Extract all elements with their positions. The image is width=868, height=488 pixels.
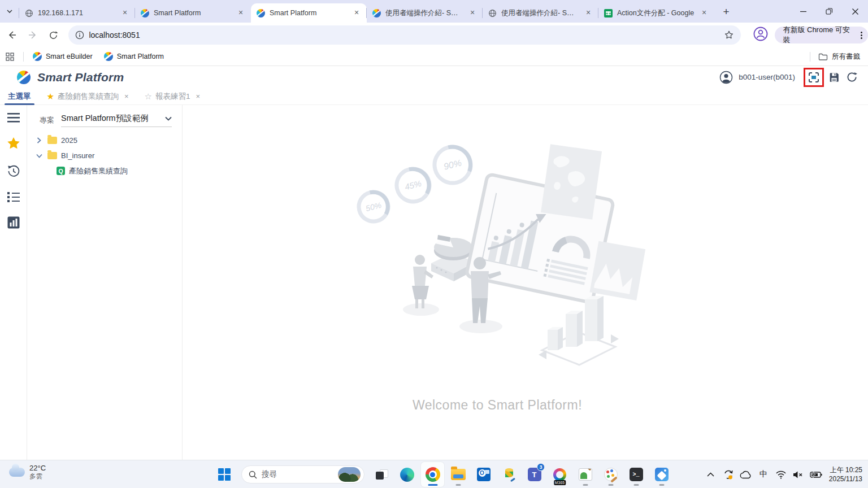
- m365-copilot-button[interactable]: M365: [548, 462, 571, 487]
- url-text[interactable]: localhost:8051: [89, 30, 724, 40]
- windows-logo-icon: [218, 468, 231, 481]
- bookmark-star-icon[interactable]: [724, 30, 734, 40]
- browser-tab[interactable]: 使用者端操作介紹- Smart ×: [367, 3, 483, 23]
- save-button[interactable]: [828, 71, 840, 84]
- tree-node-2025[interactable]: 2025: [27, 133, 182, 148]
- teams-button[interactable]: T 3: [523, 462, 546, 487]
- tree-node-bi-insurer[interactable]: BI_insurer: [27, 148, 182, 163]
- project-select-value: Smart Platform預設範例: [61, 113, 149, 124]
- tab-close-icon[interactable]: ×: [584, 8, 593, 18]
- volume-muted-button[interactable]: [792, 468, 805, 481]
- list-button[interactable]: [7, 191, 20, 203]
- tab-search-button[interactable]: [0, 0, 19, 23]
- search-icon: [249, 470, 257, 479]
- all-bookmarks-button[interactable]: 所有書籤: [806, 52, 868, 62]
- back-button[interactable]: [2, 25, 21, 45]
- outlook-button[interactable]: [472, 462, 495, 487]
- bookmark-smart-platform[interactable]: Smart Platform: [98, 52, 170, 61]
- wifi-icon: [775, 470, 787, 479]
- chevron-down-icon[interactable]: [35, 154, 43, 158]
- sheets-icon: [604, 9, 613, 18]
- menu-button[interactable]: [7, 113, 20, 123]
- chrome-update-chip[interactable]: 有新版 Chrome 可安裝: [775, 27, 868, 43]
- wifi-button[interactable]: [774, 468, 788, 481]
- browser-tab[interactable]: Smart Platform ×: [135, 3, 251, 23]
- app-tab-report-query[interactable]: ★ 產險銷售業績查詢 ×: [39, 88, 137, 105]
- project-select[interactable]: Smart Platform預設範例: [61, 113, 172, 127]
- chrome-button[interactable]: [421, 462, 444, 487]
- forward-button[interactable]: [23, 25, 42, 45]
- task-view-button[interactable]: [370, 462, 393, 487]
- terminal-button[interactable]: >_: [624, 462, 648, 487]
- tree-node-query[interactable]: Q 產險銷售業績查詢: [27, 163, 182, 178]
- bookmarks-bar: Smart eBuilder Smart Platform 所有書籤: [0, 47, 868, 66]
- globe-icon: [25, 9, 33, 18]
- file-explorer-button[interactable]: [446, 462, 470, 487]
- m365-badge: M365: [554, 480, 566, 485]
- ime-language-button[interactable]: 中: [757, 468, 770, 481]
- photos-button[interactable]: [650, 462, 673, 487]
- project-tree-panel: 專案 Smart Platform預設範例 2025 BI_insurer: [27, 105, 183, 460]
- profile-button[interactable]: [753, 27, 768, 43]
- tab-close-icon[interactable]: ×: [236, 8, 245, 18]
- close-button[interactable]: [842, 0, 868, 23]
- update-sync-button[interactable]: [722, 468, 735, 481]
- app-brand-title: Smart Platform: [37, 71, 124, 84]
- browser-menu-icon[interactable]: [858, 32, 865, 39]
- paint-button[interactable]: [599, 462, 622, 487]
- bookmark-smart-ebuilder[interactable]: Smart eBuilder: [27, 52, 98, 61]
- tree-node-label: 產險銷售業績查詢: [69, 166, 128, 176]
- ssms-button[interactable]: [497, 462, 520, 487]
- history-button[interactable]: [7, 164, 20, 178]
- apps-grid-icon: [6, 53, 14, 61]
- browser-tab[interactable]: 192.168.1.171 ×: [19, 3, 135, 23]
- browser-tab-active[interactable]: Smart Platform ×: [251, 3, 367, 23]
- refresh-button[interactable]: [846, 71, 858, 83]
- save-icon: [828, 71, 840, 84]
- file-explorer-icon: [451, 469, 466, 480]
- smart-logo-icon: [257, 9, 265, 18]
- star-filled-icon[interactable]: ★: [47, 91, 54, 102]
- browser-tab[interactable]: 使用者端操作介紹- Smart ×: [483, 3, 598, 23]
- user-avatar-icon[interactable]: [719, 71, 733, 84]
- apps-shortcut-button[interactable]: [0, 53, 20, 61]
- chevron-right-icon[interactable]: [35, 137, 43, 143]
- chart-button[interactable]: [7, 216, 20, 229]
- tab-close-icon[interactable]: ×: [124, 92, 129, 101]
- tab-close-icon[interactable]: ×: [120, 8, 129, 18]
- fullscreen-button[interactable]: [807, 71, 821, 84]
- photos-icon: [655, 468, 669, 481]
- taskbar-search[interactable]: 搜尋: [241, 465, 364, 483]
- search-highlight-image[interactable]: [338, 467, 361, 482]
- new-tab-button[interactable]: +: [718, 3, 735, 20]
- minimize-button[interactable]: [790, 0, 816, 23]
- app-tab-label: 報表練習1: [155, 91, 190, 102]
- paint-icon: [604, 468, 618, 481]
- image-viewer-button[interactable]: [574, 462, 597, 487]
- folder-icon: [47, 137, 57, 144]
- reload-button[interactable]: [44, 25, 63, 45]
- project-row: 專案 Smart Platform預設範例: [40, 113, 182, 127]
- start-button[interactable]: [212, 462, 236, 487]
- maximize-button[interactable]: [816, 0, 842, 23]
- address-bar[interactable]: localhost:8051: [68, 25, 741, 45]
- onedrive-button[interactable]: [739, 468, 753, 481]
- tray-expand-button[interactable]: [704, 468, 718, 481]
- star-outline-icon[interactable]: ☆: [145, 91, 152, 102]
- app-tab-main-menu[interactable]: 主選單: [0, 88, 39, 105]
- tab-close-icon[interactable]: ×: [352, 8, 361, 18]
- site-info-icon[interactable]: [75, 30, 84, 40]
- edge-button[interactable]: [396, 462, 419, 487]
- app-tab-report-practice[interactable]: ☆ 報表練習1 ×: [137, 88, 209, 105]
- clock-date: 2025/11/13: [829, 474, 862, 483]
- project-label: 專案: [40, 115, 54, 125]
- browser-tab[interactable]: Action文件分配 - Google ×: [598, 3, 714, 23]
- tab-close-icon[interactable]: ×: [468, 8, 477, 18]
- taskbar-weather-widget[interactable]: 22°C 多雲: [9, 464, 46, 481]
- favorites-star-button[interactable]: [6, 137, 21, 151]
- battery-button[interactable]: [809, 468, 823, 481]
- taskbar-clock[interactable]: 上午 10:25 2025/11/13: [829, 465, 862, 483]
- tab-close-icon[interactable]: ×: [196, 92, 201, 101]
- bookmark-label: Smart Platform: [117, 53, 164, 60]
- tab-close-icon[interactable]: ×: [700, 8, 709, 18]
